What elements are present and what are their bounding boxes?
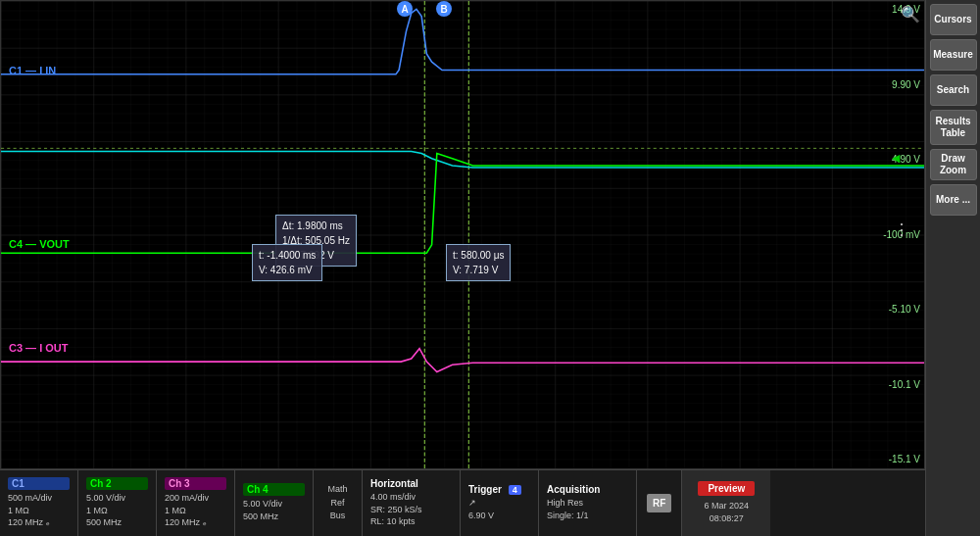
ch2-info-label: Ch 2 bbox=[86, 477, 148, 490]
waveform-svg bbox=[1, 1, 924, 468]
ch1-impedance: 1 MΩ bbox=[8, 505, 70, 517]
cursor-marker-b: B bbox=[436, 1, 452, 17]
preview-label: Preview bbox=[698, 481, 755, 496]
ch2-info: Ch 2 5.00 V/div 1 MΩ 500 MHz bbox=[78, 470, 157, 536]
y-label-2: 9.90 V bbox=[883, 80, 920, 90]
ch3-volts-div: 200 mA/div bbox=[165, 492, 226, 505]
cursor-b-box: t: 580.00 μs V: 7.719 V bbox=[446, 244, 511, 281]
horizontal-label: Horizontal bbox=[370, 478, 452, 489]
ch4-bandwidth: 500 MHz bbox=[243, 511, 305, 523]
ch1-info: C1 500 mA/div 1 MΩ 120 MHz ₑ bbox=[0, 470, 78, 536]
trigger-voltage: 6.90 V bbox=[468, 510, 530, 522]
ref-label: Ref bbox=[330, 497, 344, 511]
ch3-impedance: 1 MΩ bbox=[165, 505, 226, 517]
context-menu-dots[interactable]: ⋮ bbox=[894, 220, 908, 239]
more-button[interactable]: More ... bbox=[930, 184, 977, 216]
results-table-button[interactable]: Results Table bbox=[930, 110, 977, 145]
trigger-label: Trigger 4 bbox=[468, 484, 530, 495]
zoom-icon[interactable]: 🔍 bbox=[901, 5, 920, 24]
cursors-button[interactable]: Cursors bbox=[930, 4, 977, 35]
right-panel: Cursors Measure Search Results Table Dra… bbox=[925, 0, 980, 536]
ch3-info-label: Ch 3 bbox=[165, 477, 226, 490]
preview-time: 08:08:27 bbox=[710, 512, 744, 526]
cursor-delta-t: Δt: 1.9800 ms bbox=[282, 219, 350, 233]
ch3-info: Ch 3 200 mA/div 1 MΩ 120 MHz ₑ bbox=[157, 470, 235, 536]
preview-area: Preview 6 Mar 2024 08:08:27 bbox=[682, 470, 770, 536]
cursor-b-v: V: 7.719 V bbox=[453, 263, 504, 277]
ch4-info: Ch 4 5.00 V/div 500 MHz bbox=[235, 470, 314, 536]
measure-button[interactable]: Measure bbox=[930, 39, 977, 71]
acquisition-mode: High Res bbox=[547, 497, 628, 510]
horizontal-time-div: 4.00 ms/div bbox=[370, 491, 452, 504]
ch2-arrow-indicator: ◄ bbox=[889, 150, 903, 166]
horizontal-rl: RL: 10 kpts bbox=[370, 515, 452, 528]
ch3-label: C3 — I OUT bbox=[9, 342, 69, 354]
y-label-7: -15.1 V bbox=[883, 455, 920, 464]
search-button[interactable]: Search bbox=[930, 74, 977, 106]
ch1-info-label: C1 bbox=[8, 477, 70, 490]
cursor-b-t: t: 580.00 μs bbox=[453, 248, 504, 263]
preview-date: 6 Mar 2024 bbox=[705, 500, 750, 513]
horizontal-sr: SR: 250 kS/s bbox=[370, 504, 452, 516]
trigger-arrow: ↗ bbox=[468, 497, 530, 510]
ch4-label: C4 — VOUT bbox=[9, 238, 70, 250]
ch1-volts-div: 500 mA/div bbox=[8, 492, 70, 505]
math-label: Math bbox=[327, 483, 347, 497]
ch1-bandwidth: 120 MHz ₑ bbox=[8, 516, 70, 529]
bus-label: Bus bbox=[330, 510, 346, 523]
waveform-area: 14.9 V 9.90 V 4.90 V -100 mV -5.10 V -10… bbox=[0, 0, 925, 469]
acquisition-label: Acquisition bbox=[547, 484, 628, 495]
svg-rect-1 bbox=[1, 1, 924, 468]
y-label-6: -10.1 V bbox=[883, 380, 920, 390]
rf-section: RF bbox=[637, 470, 682, 536]
ch2-impedance: 1 MΩ bbox=[86, 505, 148, 517]
ch2-volts-div: 5.00 V/div bbox=[86, 492, 148, 505]
acquisition-info: Acquisition High Res Single: 1/1 bbox=[539, 470, 637, 536]
cursor-marker-a: A bbox=[397, 1, 413, 17]
status-bar: C1 500 mA/div 1 MΩ 120 MHz ₑ Ch 2 5.00 V… bbox=[0, 469, 925, 536]
cursor-a-t: t: -1.4000 ms bbox=[259, 248, 316, 263]
main-area: 14.9 V 9.90 V 4.90 V -100 mV -5.10 V -10… bbox=[0, 0, 925, 536]
ch2-bandwidth: 500 MHz bbox=[86, 516, 148, 529]
y-label-5: -5.10 V bbox=[883, 305, 920, 315]
ch1-label: C1 — I IN bbox=[9, 65, 56, 76]
trigger-info: Trigger 4 ↗ 6.90 V bbox=[461, 470, 539, 536]
rf-button[interactable]: RF bbox=[647, 494, 671, 512]
horizontal-info: Horizontal 4.00 ms/div SR: 250 kS/s RL: … bbox=[363, 470, 461, 536]
ch3-bandwidth: 120 MHz ₑ bbox=[165, 516, 226, 529]
acquisition-single: Single: 1/1 bbox=[547, 510, 628, 522]
trigger-channel-badge: 4 bbox=[509, 485, 521, 495]
cursor-a-v: V: 426.6 mV bbox=[259, 263, 316, 277]
ch4-volts-div: 5.00 V/div bbox=[243, 498, 305, 511]
ch4-info-label: Ch 4 bbox=[243, 483, 305, 496]
draw-zoom-button[interactable]: Draw Zoom bbox=[930, 149, 977, 180]
math-ref-bus[interactable]: Math Ref Bus bbox=[314, 470, 363, 536]
cursor-a-box: t: -1.4000 ms V: 426.6 mV bbox=[252, 244, 322, 281]
